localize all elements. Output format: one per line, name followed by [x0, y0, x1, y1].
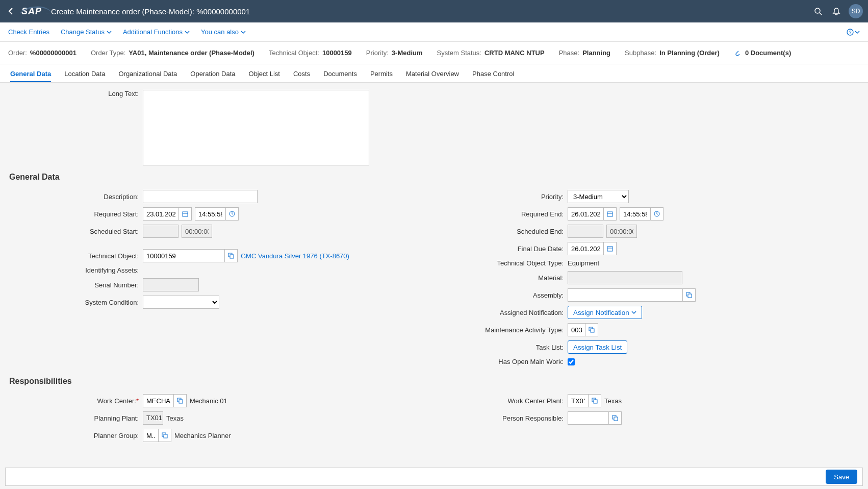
- svg-rect-17: [591, 329, 594, 332]
- priority-value: 3-Medium: [392, 49, 423, 57]
- planner-group-input[interactable]: [143, 429, 158, 442]
- chevron-down-icon: [185, 30, 190, 35]
- tab-operation-data[interactable]: Operation Data: [190, 70, 235, 82]
- help-icon: ?: [847, 29, 854, 36]
- planning-plant-desc: Texas: [166, 414, 184, 422]
- required-start-time-input[interactable]: [195, 207, 225, 221]
- required-end-label: Required End:: [434, 210, 568, 218]
- notifications-button[interactable]: [829, 4, 844, 18]
- assign-task-list-label: Assign Task List: [573, 344, 622, 351]
- system-condition-select[interactable]: [143, 296, 219, 309]
- task-list-label: Task List:: [434, 344, 568, 351]
- assembly-input[interactable]: [568, 288, 682, 302]
- tab-documents[interactable]: Documents: [323, 70, 357, 82]
- priority-field-label: Priority:: [434, 193, 568, 201]
- planning-plant-label: Planning Plant:: [9, 414, 143, 422]
- technical-object-input[interactable]: [143, 249, 224, 262]
- you-can-also-action[interactable]: You can also: [201, 28, 246, 36]
- long-text-input[interactable]: [143, 90, 369, 165]
- value-help-button[interactable]: [224, 249, 238, 262]
- tech-obj-value: 10000159: [322, 49, 352, 57]
- change-status-action[interactable]: Change Status: [61, 28, 112, 36]
- person-responsible-input[interactable]: [568, 411, 608, 425]
- technical-object-link[interactable]: GMC Vandura Silver 1976 (TX-8670): [241, 252, 349, 260]
- assign-notification-button[interactable]: Assign Notification: [568, 306, 642, 319]
- tab-location-data[interactable]: Location Data: [64, 70, 105, 82]
- value-help-button[interactable]: [682, 288, 696, 302]
- final-due-date-label: Final Due Date:: [434, 245, 568, 253]
- tab-costs[interactable]: Costs: [293, 70, 310, 82]
- system-status-value: CRTD MANC NTUP: [484, 49, 545, 57]
- required-end-time-input[interactable]: [620, 207, 650, 221]
- value-help-button[interactable]: [588, 394, 601, 407]
- long-text-label: Long Text:: [9, 90, 143, 97]
- scheduled-start-time-input: [182, 225, 212, 238]
- subphase-label: Subphase:: [625, 49, 656, 57]
- value-help-icon: [612, 415, 618, 421]
- user-avatar[interactable]: SD: [849, 4, 863, 18]
- work-center-plant-label: Work Center Plant:: [434, 397, 568, 405]
- back-button[interactable]: [5, 5, 17, 17]
- section-general-data-title: General Data: [9, 173, 859, 182]
- search-button[interactable]: [811, 4, 825, 18]
- tab-object-list[interactable]: Object List: [249, 70, 280, 82]
- tech-obj-type-label: Technical Object Type:: [434, 259, 568, 267]
- additional-functions-action[interactable]: Additional Functions: [123, 28, 190, 36]
- clock-icon: [229, 211, 235, 217]
- chevron-down-icon: [631, 310, 636, 315]
- tab-phase-control[interactable]: Phase Control: [472, 70, 514, 82]
- system-condition-label: System Condition:: [9, 299, 143, 306]
- value-help-button[interactable]: [585, 323, 598, 336]
- phase-value: Planning: [582, 49, 610, 57]
- tab-organizational-data[interactable]: Organizational Data: [118, 70, 177, 82]
- required-end-date-input[interactable]: [568, 207, 603, 221]
- priority-select[interactable]: 3-Medium: [568, 190, 629, 203]
- final-due-date-input[interactable]: [568, 242, 603, 255]
- date-picker-button[interactable]: [178, 207, 192, 221]
- svg-rect-23: [594, 400, 597, 403]
- tab-material-overview[interactable]: Material Overview: [406, 70, 459, 82]
- required-start-date-input[interactable]: [143, 207, 178, 221]
- value-help-button[interactable]: [158, 429, 171, 442]
- value-help-button[interactable]: [173, 394, 187, 407]
- work-center-label: Work Center:*: [9, 397, 143, 405]
- assign-task-list-button[interactable]: Assign Task List: [568, 340, 627, 354]
- value-help-icon: [177, 398, 183, 404]
- assign-notification-label: Assign Notification: [573, 309, 629, 316]
- tech-obj-label: Technical Object:: [269, 49, 319, 57]
- required-start-label: Required Start:: [9, 210, 143, 218]
- date-picker-button[interactable]: [603, 207, 617, 221]
- footer-bar: Save: [5, 468, 863, 486]
- chevron-down-icon: [855, 30, 860, 35]
- date-picker-button[interactable]: [603, 242, 617, 255]
- tab-general-data[interactable]: General Data: [10, 70, 51, 82]
- svg-rect-15: [688, 294, 692, 298]
- documents-link[interactable]: 0 Document(s): [734, 49, 791, 57]
- has-open-main-work-checkbox[interactable]: [568, 358, 575, 365]
- serial-number-label: Serial Number:: [9, 281, 143, 289]
- value-help-icon: [162, 432, 168, 438]
- maintenance-activity-type-input[interactable]: [568, 323, 585, 336]
- additional-functions-label: Additional Functions: [123, 28, 183, 36]
- bell-icon: [832, 7, 840, 15]
- work-center-desc: Mechanic 01: [190, 397, 227, 405]
- value-help-button[interactable]: [608, 411, 622, 425]
- work-center-plant-input[interactable]: [568, 394, 588, 407]
- system-status-label: System Status:: [437, 49, 481, 57]
- planner-group-desc: Mechanics Planner: [174, 432, 231, 439]
- save-button[interactable]: Save: [826, 470, 857, 484]
- help-button[interactable]: ?: [847, 29, 860, 36]
- phase-label: Phase:: [559, 49, 579, 57]
- maintenance-activity-type-label: Maintenance Activity Type:: [434, 326, 568, 334]
- time-picker-button[interactable]: [225, 207, 239, 221]
- svg-point-0: [815, 8, 820, 13]
- tab-permits[interactable]: Permits: [370, 70, 393, 82]
- scheduled-end-time-input: [606, 225, 637, 238]
- app-header: SAP Create Maintenance order (Phase-Mode…: [0, 0, 868, 22]
- check-entries-action[interactable]: Check Entries: [8, 28, 49, 36]
- description-input[interactable]: [143, 190, 258, 203]
- timect-picker-button[interactable]: [650, 207, 663, 221]
- order-type-label: Order Type:: [91, 49, 125, 57]
- section-responsibilities-title: Responsibilities: [9, 377, 859, 386]
- work-center-input[interactable]: [143, 394, 173, 407]
